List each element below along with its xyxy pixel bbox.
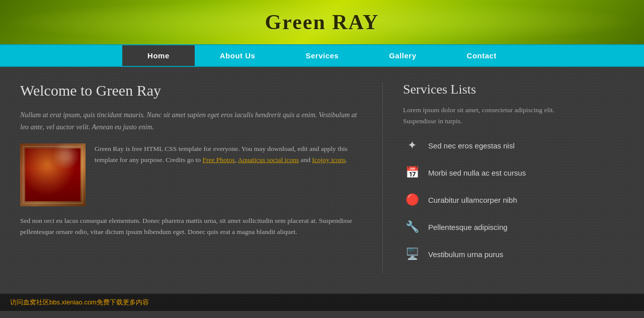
right-column: Services Lists Lorem ipsum dolor sit ame… bbox=[403, 82, 564, 273]
site-header: Green RAY bbox=[0, 0, 644, 44]
site-footer: 访问血窝社区bbs.xieniao.com免费下载更多内容 bbox=[0, 293, 644, 311]
service-item-5: 🖥️ Vestibulum urna purus bbox=[403, 245, 564, 263]
service-icon-2: 📅 bbox=[403, 164, 421, 182]
service-item-1: ✦ Sed nec eros egestas nisl bbox=[403, 136, 564, 154]
thumbnail-image bbox=[20, 143, 86, 206]
nav-services[interactable]: Services bbox=[280, 45, 364, 66]
welcome-heading: Welcome to Green Ray bbox=[20, 82, 362, 99]
nav-gallery[interactable]: Gallery bbox=[364, 45, 441, 66]
service-label-4: Pellentesque adipiscing bbox=[428, 223, 508, 231]
free-photos-link[interactable]: Free Photos bbox=[202, 156, 234, 164]
service-item-4: 🔧 Pellentesque adipiscing bbox=[403, 218, 564, 236]
intro-paragraph: Nullam at erat ipsum, quis tincidunt mau… bbox=[20, 109, 362, 133]
main-nav: Home About Us Services Gallery Contact bbox=[0, 44, 644, 67]
service-label-5: Vestibulum urna purus bbox=[428, 250, 503, 259]
service-label-1: Sed nec eros egestas nisl bbox=[428, 141, 515, 150]
column-divider bbox=[382, 82, 383, 273]
nav-home[interactable]: Home bbox=[122, 45, 195, 66]
aquaticus-link[interactable]: Aquaticus social icons bbox=[238, 156, 299, 164]
service-label-2: Morbi sed nulla ac est cursus bbox=[428, 169, 526, 177]
bottom-paragraph: Sed non orci eu lacus consequat elementu… bbox=[20, 215, 362, 238]
service-label-3: Curabitur ullamcorper nibh bbox=[428, 196, 517, 204]
footer-text: 访问血窝社区bbs.xieniao.com免费下载更多内容 bbox=[10, 298, 149, 307]
services-heading: Services Lists bbox=[403, 82, 564, 97]
service-item-2: 📅 Morbi sed nulla ac est cursus bbox=[403, 164, 564, 182]
thumbnail-overlay bbox=[20, 143, 86, 206]
main-content: Welcome to Green Ray Nullam at erat ipsu… bbox=[0, 67, 644, 293]
services-description: Lorem ipsum dolor sit amet, consectetur … bbox=[403, 105, 564, 126]
service-icon-1: ✦ bbox=[403, 136, 421, 154]
service-icon-4: 🔧 bbox=[403, 218, 421, 236]
nav-about[interactable]: About Us bbox=[195, 45, 281, 66]
icojoy-link[interactable]: Icojoy icons bbox=[312, 156, 345, 164]
side-text: Green Ray is free HTML CSS template for … bbox=[95, 143, 362, 206]
service-item-3: 🔴 Curabitur ullamcorper nibh bbox=[403, 191, 564, 209]
service-icon-5: 🖥️ bbox=[403, 245, 421, 263]
service-icon-3: 🔴 bbox=[403, 191, 421, 209]
site-title: Green RAY bbox=[265, 10, 379, 34]
content-block: Green Ray is free HTML CSS template for … bbox=[20, 143, 362, 206]
nav-contact[interactable]: Contact bbox=[442, 45, 522, 66]
left-column: Welcome to Green Ray Nullam at erat ipsu… bbox=[20, 82, 362, 273]
